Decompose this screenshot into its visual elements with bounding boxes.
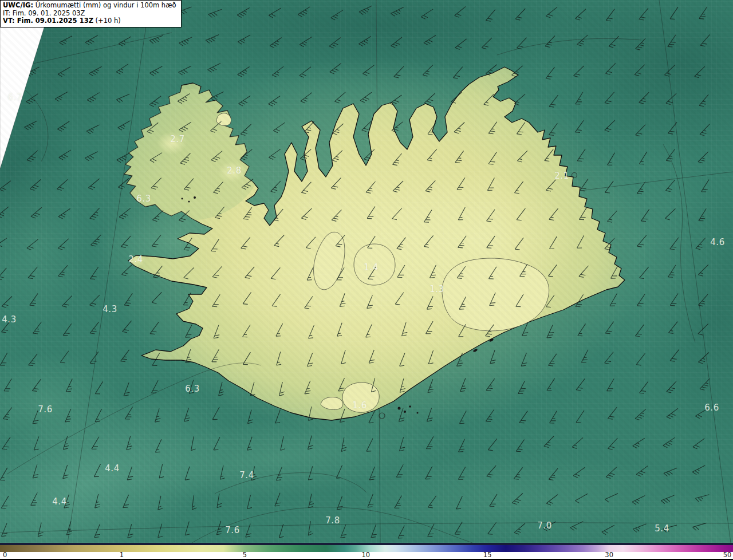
- contour-label: 1.4: [364, 262, 378, 273]
- valid-time-offset: (+10 h): [93, 17, 121, 25]
- contour-label: 4.6: [710, 237, 724, 247]
- colorbar-tick-5: 5: [243, 551, 247, 558]
- colorbar-tick-1: 1: [120, 551, 124, 558]
- colorbar-tick-labels: 01510153050: [0, 552, 733, 560]
- colorbar-tick-0: 0: [3, 551, 7, 558]
- contour-label: 7.4: [239, 470, 254, 480]
- contour-label: 7.0: [537, 520, 551, 531]
- contour-label: 2.8: [227, 165, 241, 176]
- colorbar-tick-50: 50: [723, 551, 732, 558]
- product-description: Úrkomumætti (mm) og vindur i 100m hæð: [33, 1, 176, 9]
- contour-label: 6.3: [136, 194, 151, 204]
- contour-label: 7.6: [38, 404, 52, 415]
- product-title: UWC/IG: Úrkomumætti (mm) og vindur i 100…: [3, 2, 176, 10]
- title-box: UWC/IG: Úrkomumætti (mm) og vindur i 100…: [0, 0, 182, 27]
- colorbar: 01510153050: [0, 543, 733, 560]
- map-area: 6.72.72.86.32.44.34.31.41.32.14.66.37.66…: [0, 0, 733, 543]
- contour-label: 7.8: [325, 515, 340, 526]
- contour-label: 5.4: [655, 523, 669, 534]
- contour-label: 6.3: [185, 384, 199, 394]
- contour-label: 1.6: [352, 400, 366, 411]
- product-code: UWC/IG:: [3, 1, 33, 9]
- contour-label: 7.6: [225, 525, 239, 535]
- colorbar-tick-30: 30: [605, 551, 613, 558]
- colorbar-tick-10: 10: [361, 551, 370, 558]
- contour-label: 4.3: [2, 314, 16, 325]
- contour-label: 2.4: [128, 254, 143, 265]
- contour-label: 4.4: [105, 463, 119, 474]
- contour-label: 6.7: [7, 92, 22, 102]
- contour-label: 2.7: [170, 134, 184, 144]
- contour-label: 4.3: [103, 304, 117, 314]
- init-time: IT: Fim. 09. 01. 2025 03Z: [3, 10, 176, 18]
- weather-map-product: 6.72.72.86.32.44.34.31.41.32.14.66.37.66…: [0, 0, 733, 560]
- valid-time: VT: Fim. 09.01.2025 13Z (+10 h): [3, 17, 176, 25]
- contour-label: 6.6: [704, 403, 719, 413]
- valid-time-bold: VT: Fim. 09.01.2025 13Z: [3, 17, 93, 25]
- colorbar-tick-15: 15: [483, 551, 492, 558]
- contour-label: 2.1: [554, 171, 569, 181]
- contour-label: 1.3: [429, 284, 444, 294]
- contour-label: 4.4: [52, 496, 66, 507]
